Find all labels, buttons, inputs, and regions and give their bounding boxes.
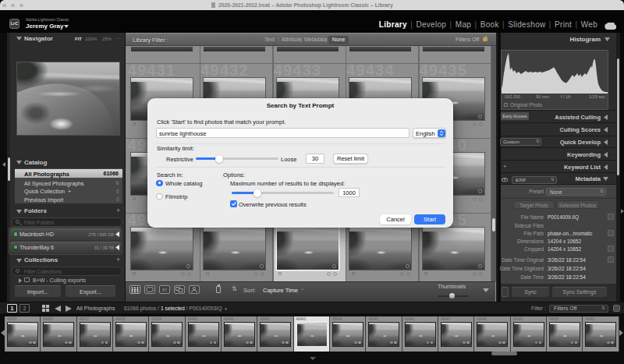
- svg-text:XY: XY: [162, 288, 168, 292]
